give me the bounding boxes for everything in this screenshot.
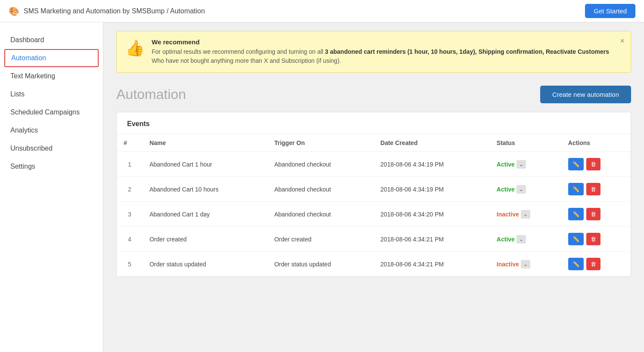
banner-title: We recommend: [152, 38, 622, 46]
status-badge: Inactive: [497, 261, 519, 268]
cell-trigger: Abandoned checkout: [268, 202, 373, 227]
cell-name: Abandoned Cart 1 day: [143, 202, 268, 227]
banner-close-button[interactable]: ×: [620, 37, 625, 46]
sidebar-item-settings[interactable]: Settings: [0, 157, 103, 176]
page-title: Automation: [116, 86, 186, 102]
cell-actions: ✏️ 🗑: [561, 252, 631, 277]
banner-content: We recommend For optimal results we reco…: [152, 38, 622, 65]
col-header-status: Status: [490, 134, 561, 152]
banner-icon: 👍: [125, 39, 145, 57]
cell-name: Abandoned Cart 1 hour: [143, 152, 268, 177]
sidebar-item-dashboard[interactable]: Dashboard: [0, 31, 103, 49]
cell-num: 5: [117, 252, 143, 277]
cell-actions: ✏️ 🗑: [561, 227, 631, 252]
events-table: # Name Trigger On Date Created Status Ac…: [117, 134, 631, 276]
cell-status: Inactive ⌄: [490, 252, 561, 277]
banner-text: For optimal results we recommend configu…: [152, 47, 622, 65]
edit-button[interactable]: ✏️: [568, 183, 584, 195]
cell-name: Abandoned Cart 10 hours: [143, 177, 268, 202]
status-dropdown-button[interactable]: ⌄: [516, 235, 526, 244]
edit-button[interactable]: ✏️: [568, 208, 584, 220]
status-badge: Active: [497, 161, 515, 168]
edit-button[interactable]: ✏️: [568, 233, 584, 245]
banner-text-bold2: Shipping confirmation,: [479, 48, 544, 55]
header: 🎨 SMS Marketing and Automation by SMSBum…: [0, 0, 644, 22]
status-badge: Active: [497, 186, 515, 193]
recommendation-banner: 👍 We recommend For optimal results we re…: [116, 31, 631, 73]
cell-name: Order status updated: [143, 252, 268, 277]
status-dropdown-button[interactable]: ⌄: [521, 260, 530, 269]
main-content: 👍 We recommend For optimal results we re…: [103, 22, 644, 352]
status-badge: Active: [497, 236, 515, 243]
edit-button[interactable]: ✏️: [568, 258, 584, 270]
cell-trigger: Order status updated: [268, 252, 373, 277]
cell-trigger: Abandoned checkout: [268, 152, 373, 177]
app-icon: 🎨: [9, 6, 19, 16]
cell-date: 2018-08-06 4:34:21 PM: [373, 252, 490, 277]
cell-status: Inactive ⌄: [490, 202, 561, 227]
create-automation-button[interactable]: Create new automation: [540, 86, 631, 103]
header-title: 🎨 SMS Marketing and Automation by SMSBum…: [9, 6, 205, 16]
sidebar-item-unsubscribed[interactable]: Unsubscribed: [0, 139, 103, 157]
delete-button[interactable]: 🗑: [586, 258, 600, 270]
cell-status: Active ⌄: [490, 227, 561, 252]
cell-trigger: Abandoned checkout: [268, 177, 373, 202]
events-table-card: Events # Name Trigger On Date Created St…: [116, 112, 631, 277]
page-header: Automation Create new automation: [116, 86, 631, 103]
events-section-title: Events: [117, 112, 631, 134]
sidebar: Dashboard Automation Text Marketing List…: [0, 22, 103, 352]
cell-date: 2018-08-06 4:34:20 PM: [373, 202, 490, 227]
banner-text-bold3: Reactivate Customers: [546, 48, 609, 55]
header-title-text: SMS Marketing and Automation by SMSBump …: [24, 7, 205, 15]
sidebar-item-lists[interactable]: Lists: [0, 85, 103, 103]
status-dropdown-button[interactable]: ⌄: [516, 185, 526, 194]
banner-text-suffix: Who have not bought anything more than X…: [152, 57, 341, 64]
delete-button[interactable]: 🗑: [586, 233, 600, 245]
banner-text-bold1: 3 abandoned cart reminders (1 hour, 10 h…: [325, 48, 476, 55]
col-header-date: Date Created: [373, 134, 490, 152]
cell-name: Order created: [143, 227, 268, 252]
col-header-num: #: [117, 134, 143, 152]
get-started-button[interactable]: Get Started: [585, 4, 635, 18]
cell-date: 2018-08-06 4:34:21 PM: [373, 227, 490, 252]
banner-text-prefix: For optimal results we recommend configu…: [152, 48, 325, 55]
delete-button[interactable]: 🗑: [586, 158, 600, 170]
status-dropdown-button[interactable]: ⌄: [516, 160, 526, 169]
table-row: 2 Abandoned Cart 10 hours Abandoned chec…: [117, 177, 631, 202]
delete-button[interactable]: 🗑: [586, 183, 600, 195]
table-row: 4 Order created Order created 2018-08-06…: [117, 227, 631, 252]
sidebar-item-scheduled-campaigns[interactable]: Scheduled Campaigns: [0, 103, 103, 121]
cell-num: 4: [117, 227, 143, 252]
cell-actions: ✏️ 🗑: [561, 202, 631, 227]
cell-num: 2: [117, 177, 143, 202]
status-dropdown-button[interactable]: ⌄: [521, 210, 530, 219]
sidebar-item-text-marketing[interactable]: Text Marketing: [0, 67, 103, 85]
status-badge: Inactive: [497, 211, 519, 218]
col-header-name: Name: [143, 134, 268, 152]
sidebar-item-automation[interactable]: Automation: [4, 49, 99, 67]
sidebar-item-analytics[interactable]: Analytics: [0, 121, 103, 139]
cell-trigger: Order created: [268, 227, 373, 252]
delete-button[interactable]: 🗑: [586, 208, 600, 220]
table-row: 5 Order status updated Order status upda…: [117, 252, 631, 277]
cell-actions: ✏️ 🗑: [561, 152, 631, 177]
cell-actions: ✏️ 🗑: [561, 177, 631, 202]
table-header-row: # Name Trigger On Date Created Status Ac…: [117, 134, 631, 152]
cell-num: 3: [117, 202, 143, 227]
cell-status: Active ⌄: [490, 177, 561, 202]
cell-status: Active ⌄: [490, 152, 561, 177]
edit-button[interactable]: ✏️: [568, 158, 584, 170]
cell-num: 1: [117, 152, 143, 177]
layout: Dashboard Automation Text Marketing List…: [0, 22, 644, 352]
table-row: 3 Abandoned Cart 1 day Abandoned checkou…: [117, 202, 631, 227]
table-row: 1 Abandoned Cart 1 hour Abandoned checko…: [117, 152, 631, 177]
cell-date: 2018-08-06 4:34:19 PM: [373, 152, 490, 177]
cell-date: 2018-08-06 4:34:19 PM: [373, 177, 490, 202]
col-header-trigger: Trigger On: [268, 134, 373, 152]
col-header-actions: Actions: [561, 134, 631, 152]
